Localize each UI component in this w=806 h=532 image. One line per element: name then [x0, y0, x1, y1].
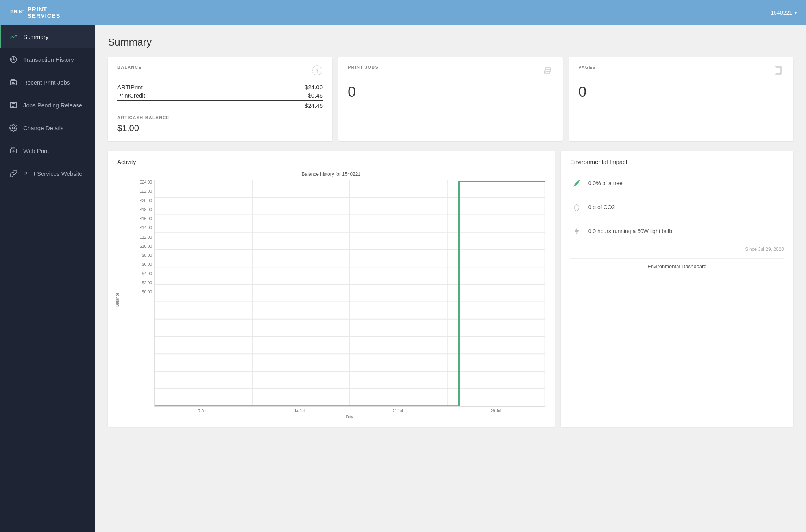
lightning-icon — [570, 225, 583, 237]
web-print-icon — [9, 146, 18, 155]
svg-text:PRINT▲●■: PRINT▲●■ — [10, 9, 24, 15]
balance-table: ARTIPrint $24.00 PrintCredit $0.46 $24.4… — [117, 84, 323, 109]
environmental-dashboard-link[interactable]: Environmental Dashboard — [570, 258, 784, 269]
svg-rect-6 — [11, 149, 17, 153]
sidebar-label-jobs-pending-release: Jobs Pending Release — [23, 102, 82, 109]
svg-point-7 — [13, 151, 14, 152]
balance-card: BALANCE $ ARTIPrint $24.00 PrintCred — [108, 57, 332, 141]
env-item-bulb: 0.0 hours running a 60W light bulb — [570, 219, 784, 243]
print-jobs-card-header: PRINT JOBS — [348, 65, 553, 77]
page-title: Summary — [108, 36, 793, 48]
print-jobs-card: PRINT JOBS 0 — [338, 57, 563, 141]
print-jobs-label: PRINT JOBS — [348, 65, 379, 70]
balance-total: $24.46 — [117, 102, 323, 109]
print-services-website-icon — [9, 169, 18, 178]
env-tree-value: 0.0% of a tree — [588, 180, 623, 186]
y-axis: $24.00 $22.00 $20.00 $18.00 $16.00 $14.0… — [137, 180, 154, 294]
sidebar-item-jobs-pending-release[interactable]: Jobs Pending Release — [0, 94, 95, 116]
printcredit-label: PrintCredit — [117, 92, 145, 99]
pages-value: 0 — [579, 84, 784, 100]
environmental-impact-card: Environmental Impact 0.0% of a tree — [561, 151, 793, 427]
balance-row-printcredit: PrintCredit $0.46 — [117, 92, 323, 101]
sidebar-label-transaction-history: Transaction History — [23, 56, 74, 63]
pages-card: PAGES 0 — [569, 57, 793, 141]
env-co2-value: 0 g of CO2 — [588, 204, 615, 210]
layout: Summary Transaction History Recent P — [0, 25, 806, 532]
svg-point-5 — [13, 127, 15, 129]
pages-card-header: PAGES — [579, 65, 784, 77]
chart-title: Balance history for 1540221 — [117, 171, 545, 177]
transaction-history-icon — [9, 55, 18, 64]
balance-chart — [154, 180, 545, 407]
env-item-co2: 0 g of CO2 — [570, 195, 784, 219]
balance-card-header: BALANCE $ — [117, 65, 323, 77]
print-jobs-value: 0 — [348, 84, 553, 100]
logo: PRINT▲●■ PRINT SERVICES — [9, 6, 61, 20]
balance-label: BALANCE — [117, 65, 142, 70]
svg-rect-11 — [546, 71, 550, 73]
sidebar-item-transaction-history[interactable]: Transaction History — [0, 48, 95, 71]
svg-marker-33 — [574, 227, 579, 235]
x-axis-day-label: Day — [154, 415, 545, 419]
leaf-icon — [570, 177, 583, 190]
printcredit-value: $0.46 — [308, 92, 323, 99]
sidebar-item-web-print[interactable]: Web Print — [0, 139, 95, 162]
sidebar-item-recent-print-jobs[interactable]: Recent Print Jobs — [0, 71, 95, 94]
main-content: Summary BALANCE $ ARTIPrint — [95, 25, 806, 532]
printer-icon — [542, 65, 553, 77]
user-menu[interactable]: 1540221 ▾ — [771, 9, 797, 16]
sidebar-item-change-details[interactable]: Change Details — [0, 116, 95, 139]
sidebar-label-change-details: Change Details — [23, 125, 64, 131]
sidebar-item-print-services-website[interactable]: Print Services Website — [0, 162, 95, 185]
logo-text: PRINT SERVICES — [28, 6, 61, 19]
recent-print-jobs-icon — [9, 78, 18, 87]
pages-label: PAGES — [579, 65, 596, 70]
env-item-tree: 0.0% of a tree — [570, 171, 784, 195]
cards-row: BALANCE $ ARTIPrint $24.00 PrintCred — [108, 57, 793, 141]
env-bulb-value: 0.0 hours running a 60W light bulb — [588, 228, 672, 234]
activity-card: Activity Balance history for 1540221 Bal… — [108, 151, 555, 427]
sidebar-label-web-print: Web Print — [23, 147, 49, 154]
balance-icon: $ — [312, 65, 323, 77]
sidebar-label-print-services-website: Print Services Website — [23, 170, 83, 177]
sidebar: Summary Transaction History Recent P — [0, 25, 95, 532]
jobs-pending-release-icon — [9, 101, 18, 109]
svg-point-12 — [550, 70, 551, 71]
artiprint-value: $24.00 — [305, 84, 323, 90]
balance-row-artiprint: ARTIPrint $24.00 — [117, 84, 323, 90]
env-since: Since Jul 29, 2020 — [570, 247, 784, 252]
sidebar-item-summary[interactable]: Summary — [0, 25, 95, 48]
sidebar-label-summary: Summary — [23, 33, 48, 40]
articash-value: $1.00 — [117, 123, 323, 133]
summary-icon — [9, 32, 18, 41]
x-axis: 7 Jul 14 Jul 21 Jul 28 Jul — [154, 407, 545, 413]
co2-icon — [570, 201, 583, 214]
logo-icon: PRINT▲●■ — [9, 6, 24, 20]
change-details-icon — [9, 123, 18, 132]
svg-rect-14 — [776, 67, 781, 74]
artiprint-label: ARTIPrint — [117, 84, 143, 90]
y-axis-label: Balance — [115, 293, 120, 307]
pages-icon — [773, 65, 784, 77]
activity-title: Activity — [117, 158, 545, 165]
balance-total-value: $24.46 — [305, 102, 323, 109]
sidebar-label-recent-print-jobs: Recent Print Jobs — [23, 79, 70, 86]
user-id: 1540221 — [771, 9, 792, 16]
svg-text:$: $ — [316, 68, 319, 74]
chevron-down-icon: ▾ — [795, 11, 797, 15]
environmental-title: Environmental Impact — [570, 158, 784, 165]
articash-label: ARTICASH BALANCE — [117, 115, 323, 120]
header: PRINT▲●■ PRINT SERVICES 1540221 ▾ — [0, 0, 806, 25]
bottom-row: Activity Balance history for 1540221 Bal… — [108, 151, 793, 427]
